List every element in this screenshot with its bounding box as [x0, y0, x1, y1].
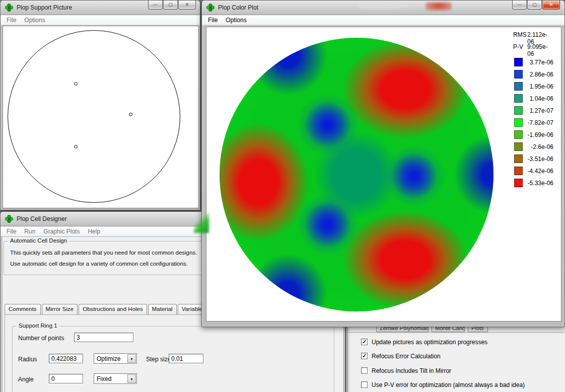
- support-picture-canvas: [3, 26, 199, 208]
- menu-options[interactable]: Options: [20, 17, 49, 24]
- legend-swatch: [514, 142, 523, 151]
- support-picture-menubar: File Options: [1, 15, 200, 25]
- legend-swatch: [514, 82, 523, 91]
- support-ring-1-group: Support Ring 1 Number of points 3 Radius…: [12, 326, 334, 392]
- color-plot-canvas: RMS 2.112e-06 P-V 9.095e-06 3.77e-06 2.8…: [206, 27, 561, 322]
- update-pictures-checkbox[interactable]: ✓: [361, 339, 368, 345]
- legend-swatch: [514, 106, 523, 115]
- group-title: Support Ring 1: [17, 323, 59, 329]
- checkbox-label: Use P-V error for optimization (almost a…: [372, 381, 525, 388]
- dropdown-arrow-icon[interactable]: ▼: [127, 374, 136, 383]
- step-size-label: Step size: [146, 356, 171, 363]
- deflection-heatmap: [220, 38, 493, 311]
- legend-value: -2.6e-06: [524, 143, 553, 150]
- legend-entry: -2.6e-06: [509, 142, 553, 151]
- radius-label: Radius: [18, 356, 37, 363]
- tab-material[interactable]: Material: [148, 304, 177, 315]
- legend-swatch: [514, 130, 523, 139]
- pv-value: 9.095e-06: [527, 43, 553, 57]
- legend-value: 3.77e-06: [524, 59, 553, 66]
- color-plot-window: Plop Color Plot — ▢ ✕ File Options RMS 2…: [201, 0, 565, 327]
- menu-file[interactable]: File: [204, 17, 222, 24]
- pv-label: P-V: [513, 43, 523, 50]
- legend-entry: -3.51e-06: [509, 154, 553, 164]
- dropdown-value: Optimize: [97, 355, 120, 362]
- legend-value: -3.51e-06: [524, 155, 553, 163]
- background-window-glass-blur: [358, 3, 423, 11]
- legend-swatch: [514, 179, 523, 187]
- legend-swatch: [514, 94, 523, 103]
- menu-run[interactable]: Run: [20, 228, 39, 235]
- checkbox-label: Update pictures as optimization progress…: [372, 339, 487, 346]
- menu-options[interactable]: Options: [222, 17, 250, 24]
- radius-mode-dropdown[interactable]: Optimize ▼: [94, 353, 137, 364]
- window-title: Plop Cell Designer: [17, 215, 66, 222]
- refocus-error-checkbox[interactable]: ✓: [361, 353, 368, 359]
- minimize-button[interactable]: —: [148, 1, 163, 10]
- close-button[interactable]: ✕: [542, 1, 560, 10]
- angle-label: Angle: [18, 376, 34, 383]
- maximize-button[interactable]: ▢: [163, 1, 178, 10]
- auto-design-description-1: This quickly sets all parameters that yo…: [10, 250, 197, 256]
- number-of-points-label: Number of points: [18, 335, 64, 342]
- background-window-close-blur: [426, 2, 452, 11]
- legend-value: -5.33e-06: [524, 180, 553, 187]
- pv-error-checkbox[interactable]: [361, 381, 368, 388]
- legend-value: 1.27e-07: [524, 107, 553, 114]
- legend-entry: -7.82e-07: [509, 118, 553, 127]
- plot-legend: RMS 2.112e-06 P-V 9.095e-06 3.77e-06 2.8…: [509, 27, 559, 228]
- legend-swatch: [514, 58, 523, 66]
- menu-file[interactable]: File: [3, 228, 20, 235]
- radius-input[interactable]: 0.422083: [49, 354, 83, 363]
- mirror-outline-circle: [8, 30, 180, 203]
- legend-swatch: [514, 118, 523, 127]
- angle-input[interactable]: 0: [49, 374, 83, 383]
- auto-design-description-2: Use automatic cell design for a variety …: [10, 261, 188, 267]
- legend-value: 1.95e-06: [524, 83, 553, 90]
- legend-entry: 1.04e-06: [509, 94, 553, 103]
- step-size-input[interactable]: 0.01: [169, 354, 203, 363]
- plop-clover-icon: [206, 4, 215, 12]
- legend-value: 1.04e-06: [524, 95, 553, 102]
- legend-value: -1.69e-06: [524, 131, 553, 138]
- legend-entry: -4.42e-06: [509, 167, 553, 176]
- refocus-tilt-checkbox[interactable]: [361, 367, 368, 374]
- legend-value: 2.86e-06: [524, 71, 553, 78]
- legend-entry: -1.69e-06: [509, 130, 553, 139]
- tab-comments[interactable]: Comments: [5, 304, 41, 315]
- legend-swatch: [514, 70, 523, 79]
- support-picture-titlebar[interactable]: Plop Support Picture — ▢ ✕: [1, 1, 200, 15]
- color-plot-titlebar[interactable]: Plop Color Plot — ▢ ✕: [202, 1, 564, 15]
- menu-help[interactable]: Help: [84, 228, 104, 235]
- window-title: Plop Color Plot: [218, 4, 258, 11]
- window-title: Plop Support Picture: [17, 4, 72, 11]
- angle-mode-dropdown[interactable]: Fixed ▼: [94, 373, 137, 384]
- support-point-2: [129, 113, 132, 116]
- maximize-button[interactable]: ▢: [527, 1, 542, 10]
- checkbox-label: Refocus Includes Tilt in Mirror: [372, 367, 451, 374]
- support-picture-window: Plop Support Picture — ▢ ✕ File Options: [0, 0, 200, 210]
- close-button[interactable]: ✕: [178, 1, 196, 10]
- dropdown-value: Fixed: [97, 375, 111, 382]
- tab-mirror-size[interactable]: Mirror Size: [42, 304, 78, 315]
- color-plot-menubar: File Options: [202, 15, 564, 25]
- legend-entry: 2.86e-06: [509, 70, 553, 79]
- menu-file[interactable]: File: [3, 17, 20, 24]
- legend-entry: -5.33e-06: [509, 179, 553, 188]
- dropdown-arrow-icon[interactable]: ▼: [127, 354, 136, 363]
- tab-obstructions-holes[interactable]: Obstructions and Holes: [79, 304, 147, 315]
- legend-swatch: [514, 167, 523, 175]
- legend-entry: 1.27e-07: [509, 106, 553, 115]
- legend-entry: 3.77e-06: [509, 58, 553, 67]
- number-of-points-input[interactable]: 3: [74, 333, 133, 342]
- main-window-partial: Zernike Polynomials Monte Carlo Plots ✓ …: [345, 322, 565, 392]
- legend-value: -4.42e-06: [524, 168, 553, 175]
- legend-entry: 1.95e-06: [509, 82, 553, 91]
- rms-label: RMS: [513, 31, 527, 38]
- group-title: Automatic Cell Design: [8, 238, 69, 244]
- menu-graphic-plots[interactable]: Graphic Plots: [39, 228, 84, 235]
- plop-clover-icon: [5, 215, 13, 223]
- support-point-1: [74, 82, 78, 86]
- legend-value: -7.82e-07: [524, 119, 553, 126]
- minimize-button[interactable]: —: [512, 1, 527, 10]
